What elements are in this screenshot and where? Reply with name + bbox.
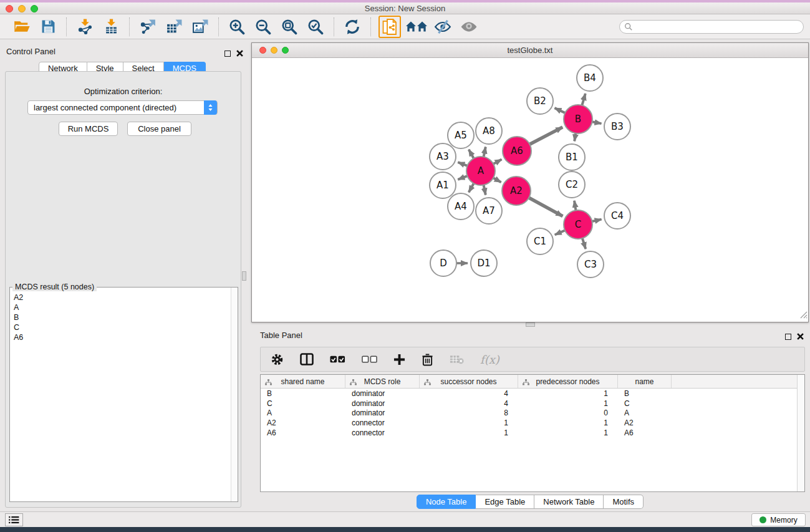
network-node-A[interactable]: A xyxy=(466,157,495,185)
table-cell[interactable]: 1 xyxy=(420,428,518,437)
network-node-D[interactable]: D xyxy=(430,250,456,276)
table-cell[interactable]: A xyxy=(261,409,345,417)
network-canvas[interactable]: AA1A2A3A4A5A6A7A8BB1B2B3B4CC1C2C3C4DD1 xyxy=(252,58,808,322)
network-node-B4[interactable]: B4 xyxy=(577,65,603,91)
column-header[interactable]: MCDS role xyxy=(345,375,420,388)
network-node-A5[interactable]: A5 xyxy=(448,122,474,148)
table-cell[interactable]: 1 xyxy=(518,389,618,398)
network-node-A4[interactable]: A4 xyxy=(448,193,474,220)
tab-node-table[interactable]: Node Table xyxy=(417,495,476,509)
table-cell[interactable]: dominator xyxy=(345,389,420,398)
network-node-C1[interactable]: C1 xyxy=(527,228,553,254)
table-cell[interactable]: 4 xyxy=(420,389,518,398)
import-network-icon[interactable] xyxy=(74,17,95,37)
network-node-C4[interactable]: C4 xyxy=(604,203,630,229)
column-header[interactable]: successor nodes xyxy=(420,375,518,388)
close-panel-icon[interactable] xyxy=(236,48,243,59)
delete-column-trash-icon[interactable] xyxy=(422,353,433,366)
tab-edge-table[interactable]: Edge Table xyxy=(476,495,534,509)
deselect-all-columns-icon[interactable] xyxy=(362,355,377,364)
network-node-B[interactable]: B xyxy=(564,105,592,133)
network-node-B2[interactable]: B2 xyxy=(527,88,553,114)
table-cell[interactable]: dominator xyxy=(345,399,420,408)
mcds-result-item[interactable]: A xyxy=(14,302,230,312)
mcds-result-item[interactable]: A6 xyxy=(14,332,230,342)
network-node-B3[interactable]: B3 xyxy=(604,114,630,140)
table-row[interactable]: Bdominator41B xyxy=(261,389,804,399)
table-cell[interactable]: 1 xyxy=(518,399,618,408)
zoom-selected-icon[interactable] xyxy=(305,17,326,37)
table-cell[interactable]: 1 xyxy=(420,418,518,427)
table-cell[interactable]: A2 xyxy=(261,418,345,427)
export-network-icon[interactable] xyxy=(137,17,158,37)
export-table-icon[interactable] xyxy=(163,17,185,37)
memory-button[interactable]: Memory xyxy=(751,513,806,526)
panel-splitter-grip[interactable] xyxy=(242,271,246,281)
network-node-A8[interactable]: A8 xyxy=(476,118,502,144)
function-builder-icon[interactable]: f(x) xyxy=(480,353,499,366)
close-panel-button[interactable]: Close panel xyxy=(127,122,191,136)
network-node-B1[interactable]: B1 xyxy=(559,144,585,170)
mcds-result-item[interactable]: B xyxy=(14,312,230,322)
table-cell[interactable]: C xyxy=(618,399,672,408)
table-scrollbar[interactable] xyxy=(797,375,804,491)
task-history-button[interactable] xyxy=(5,513,23,526)
open-file-icon[interactable] xyxy=(11,17,32,37)
float-panel-icon[interactable] xyxy=(224,51,231,57)
table-cell[interactable]: dominator xyxy=(345,409,420,417)
tab-motifs[interactable]: Motifs xyxy=(604,495,644,509)
table-cell[interactable]: A2 xyxy=(618,418,672,427)
network-node-C[interactable]: C xyxy=(564,210,592,239)
window-resize-grip[interactable] xyxy=(799,310,808,321)
column-header[interactable]: shared name xyxy=(261,375,345,388)
table-cell[interactable]: A6 xyxy=(261,428,345,437)
result-scrollbar[interactable] xyxy=(231,288,238,501)
select-all-columns-icon[interactable] xyxy=(330,355,345,364)
delete-table-icon[interactable] xyxy=(450,354,464,364)
network-window-titlebar[interactable]: testGlobe.txt xyxy=(252,43,808,58)
table-cell[interactable]: 1 xyxy=(518,418,618,427)
save-session-icon[interactable] xyxy=(37,17,59,37)
float-table-panel-icon[interactable] xyxy=(785,334,791,340)
table-row[interactable]: Adominator80A xyxy=(261,409,804,418)
column-header[interactable]: name xyxy=(618,375,672,388)
zoom-fit-icon[interactable] xyxy=(279,17,300,37)
table-cell[interactable]: B xyxy=(618,389,672,398)
network-node-A2[interactable]: A2 xyxy=(502,177,531,205)
network-node-A7[interactable]: A7 xyxy=(476,198,502,224)
network-node-D1[interactable]: D1 xyxy=(471,250,497,276)
table-cell[interactable]: connector xyxy=(345,428,420,437)
mcds-result-item[interactable]: A2 xyxy=(14,293,230,302)
network-node-A6[interactable]: A6 xyxy=(503,137,531,165)
criterion-dropdown[interactable]: largest connected component (directed) xyxy=(27,100,218,115)
run-mcds-button[interactable]: Run MCDS xyxy=(59,122,118,136)
table-cell[interactable]: A6 xyxy=(618,428,672,437)
network-node-A3[interactable]: A3 xyxy=(430,143,456,170)
table-cell[interactable]: C xyxy=(261,399,345,408)
mcds-result-item[interactable]: C xyxy=(14,322,230,332)
table-row[interactable]: A6connector11A6 xyxy=(261,428,804,438)
table-cell[interactable]: A xyxy=(618,409,672,417)
zoom-in-icon[interactable] xyxy=(226,17,248,37)
split-panel-icon[interactable] xyxy=(300,353,314,365)
network-node-C3[interactable]: C3 xyxy=(577,251,604,278)
table-row[interactable]: Cdominator41C xyxy=(261,399,804,409)
table-settings-gear-icon[interactable] xyxy=(271,353,284,366)
table-cell[interactable]: 4 xyxy=(420,399,518,408)
hide-panel-eye-icon[interactable] xyxy=(432,17,453,37)
add-column-icon[interactable] xyxy=(393,354,405,365)
network-node-A1[interactable]: A1 xyxy=(430,172,456,198)
apply-layout-icon[interactable] xyxy=(342,17,363,37)
table-cell[interactable]: connector xyxy=(345,418,420,427)
table-cell[interactable]: 0 xyxy=(518,409,618,417)
close-table-panel-icon[interactable] xyxy=(797,331,804,342)
column-header[interactable]: predecessor nodes xyxy=(518,375,618,388)
table-cell[interactable]: 1 xyxy=(518,428,618,437)
tab-network-table[interactable]: Network Table xyxy=(534,495,604,509)
home-icon[interactable] xyxy=(406,17,427,37)
new-network-from-selection-icon[interactable] xyxy=(378,16,401,38)
table-cell[interactable]: B xyxy=(261,389,345,398)
import-table-icon[interactable] xyxy=(100,17,122,37)
show-panel-eye-icon[interactable] xyxy=(458,17,480,37)
export-image-icon[interactable] xyxy=(190,17,211,37)
